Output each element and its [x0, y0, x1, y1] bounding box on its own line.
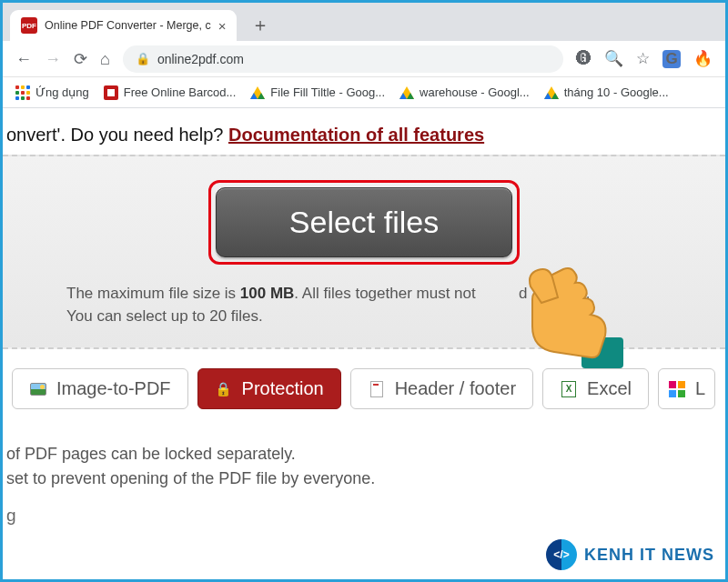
select-files-button[interactable]: Select files — [216, 187, 512, 257]
protection-description: of PDF pages can be locked separately. s… — [3, 415, 725, 500]
watermark-text: KENH IT NEWS — [584, 546, 714, 565]
bookmark-label: Free Online Barcod... — [124, 85, 237, 99]
documentation-link[interactable]: Documentation of all features — [228, 125, 484, 145]
google-translate-ext-icon[interactable]: G — [662, 50, 681, 68]
tab-excel[interactable]: Excel — [542, 368, 649, 409]
zoom-icon[interactable]: 🔍 — [604, 49, 623, 68]
drive-icon — [544, 86, 559, 99]
bookmark-drive-1[interactable]: File Fill Tiltle - Goog... — [250, 85, 385, 99]
apps-shortcut[interactable]: Ứng dụng — [15, 85, 89, 100]
fire-ext-icon[interactable]: 🔥 — [693, 49, 713, 68]
tab-protection[interactable]: 🔒 Protection — [197, 368, 341, 409]
reload-icon[interactable]: ⟳ — [74, 51, 87, 67]
file-limits-text: The maximum file size is 100 MB. All fil… — [57, 283, 671, 327]
lock-icon: 🔒 — [215, 380, 233, 398]
bookmarks-bar: Ứng dụng Free Online Barcod... File Fill… — [3, 77, 725, 108]
watermark: </> KENH IT NEWS — [546, 539, 714, 570]
tab-header-footer[interactable]: Header / footer — [350, 368, 533, 409]
bookmark-drive-2[interactable]: warehouse - Googl... — [399, 85, 530, 99]
lock-icon: 🔒 — [136, 52, 150, 65]
apps-grid-icon — [15, 85, 30, 100]
tabstrip: PDF Online PDF Converter - Merge, c × ＋ — [3, 8, 725, 41]
tab-title: Online PDF Converter - Merge, c — [45, 19, 211, 32]
home-icon[interactable]: ⌂ — [100, 51, 110, 67]
bookmark-label: tháng 10 - Google... — [564, 85, 669, 99]
browser-tab[interactable]: PDF Online PDF Converter - Merge, c × — [10, 10, 237, 41]
translate-icon[interactable]: 🅖 — [576, 50, 592, 68]
bookmark-barcode[interactable]: Free Online Barcod... — [104, 85, 237, 100]
browser-chrome: PDF Online PDF Converter - Merge, c × ＋ … — [3, 3, 725, 108]
url-text: online2pdf.com — [157, 52, 244, 66]
apps-label: Ứng dụng — [35, 85, 89, 99]
select-highlight: Select files — [208, 180, 520, 265]
help-prefix: onvert'. Do you need help? — [6, 125, 228, 145]
forward-icon: → — [45, 51, 61, 67]
bookmark-drive-3[interactable]: tháng 10 - Google... — [544, 85, 669, 99]
layout-icon — [669, 381, 685, 397]
image-icon — [30, 383, 46, 396]
options-tabs: Image-to-PDF 🔒 Protection Header / foote… — [3, 349, 725, 415]
help-line: onvert'. Do you need help? Documentation… — [3, 108, 725, 155]
file-drop-zone[interactable]: Select files The maximum file size is 10… — [3, 155, 725, 349]
barcode-favicon — [104, 85, 118, 100]
tab-close-icon[interactable]: × — [218, 19, 227, 33]
tab-label: Header / footer — [395, 378, 516, 399]
tab-layout[interactable]: L — [658, 368, 715, 409]
watermark-logo: </> — [546, 539, 577, 570]
tab-favicon-pdf: PDF — [21, 17, 37, 34]
address-actions: 🅖 🔍 ☆ G 🔥 — [576, 49, 713, 68]
tab-label: Image-to-PDF — [56, 378, 171, 399]
bookmark-label: File Fill Tiltle - Goog... — [270, 85, 385, 99]
tab-image-to-pdf[interactable]: Image-to-PDF — [12, 368, 188, 409]
page-content: onvert'. Do you need help? Documentation… — [3, 108, 725, 526]
tab-label: Protection — [242, 378, 324, 399]
excel-icon — [561, 381, 576, 397]
back-icon[interactable]: ← — [15, 51, 32, 67]
drive-icon — [250, 86, 265, 99]
drive-icon — [399, 86, 414, 99]
partial-text: g — [3, 506, 725, 526]
page-icon — [370, 381, 383, 397]
bookmark-label: warehouse - Googl... — [420, 85, 530, 99]
omnibox[interactable]: 🔒 online2pdf.com — [123, 45, 563, 73]
new-tab-button[interactable]: ＋ — [251, 13, 269, 37]
address-bar-row: ← → ⟳ ⌂ 🔒 online2pdf.com 🅖 🔍 ☆ G 🔥 — [3, 41, 725, 77]
tab-label: Excel — [587, 378, 632, 399]
star-icon[interactable]: ☆ — [636, 49, 650, 68]
tab-label: L — [695, 378, 705, 399]
